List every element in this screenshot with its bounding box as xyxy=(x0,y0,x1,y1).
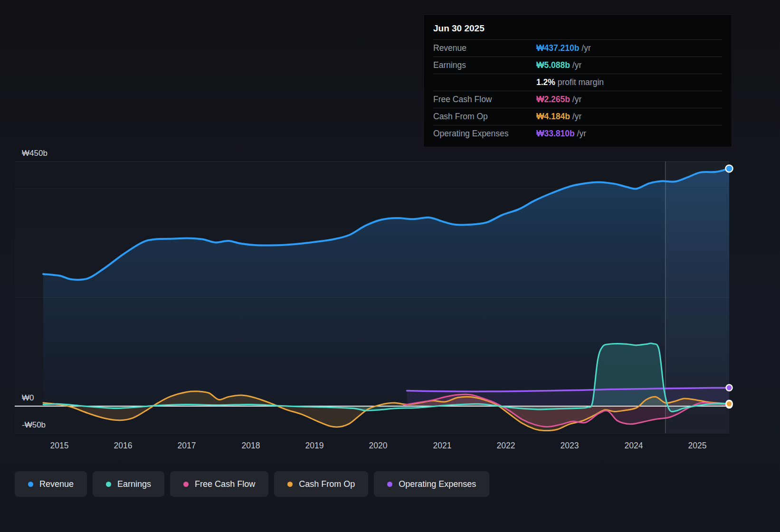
tooltip-row-value: ₩5.088b /yr xyxy=(536,60,722,70)
tooltip-panel: Jun 30 2025 Revenue₩437.210b /yrEarnings… xyxy=(423,14,732,147)
x-tick-label-2018: 2018 xyxy=(234,441,267,451)
x-tick-label-2023: 2023 xyxy=(553,441,586,451)
tooltip-row-operating-expenses: Operating Expenses₩33.810b /yr xyxy=(433,125,722,142)
tooltip-row-label: Revenue xyxy=(433,43,536,53)
tooltip-row-value: ₩33.810b /yr xyxy=(536,129,722,139)
legend-label: Revenue xyxy=(39,479,74,489)
earnings-dot-icon xyxy=(106,482,111,487)
legend-label: Cash From Op xyxy=(299,479,355,489)
tooltip-row-label: Cash From Op xyxy=(433,112,536,122)
forecast-band xyxy=(666,162,729,433)
cash-from-op-end-dot xyxy=(726,401,732,407)
tooltip-row-revenue: Revenue₩437.210b /yr xyxy=(433,39,722,57)
x-tick-label-2022: 2022 xyxy=(489,441,523,451)
legend-label: Operating Expenses xyxy=(399,479,476,489)
tooltip-row-earnings: Earnings₩5.088b /yr xyxy=(433,57,722,74)
tooltip-row-value: 1.2% profit margin xyxy=(536,77,722,87)
x-tick-label-2021: 2021 xyxy=(426,441,459,451)
x-tick-label-2020: 2020 xyxy=(361,441,395,451)
legend-item-earnings[interactable]: Earnings xyxy=(93,471,164,497)
operating-expenses-dot-icon xyxy=(387,482,392,487)
tooltip-row-label: Free Cash Flow xyxy=(433,95,536,104)
legend-item-free-cash-flow[interactable]: Free Cash Flow xyxy=(170,471,268,497)
x-tick-label-2024: 2024 xyxy=(617,441,650,451)
legend-label: Earnings xyxy=(117,479,151,489)
x-tick-label-2016: 2016 xyxy=(106,441,140,451)
tooltip-row-value: ₩2.265b /yr xyxy=(536,95,722,104)
legend-item-cash-from-op[interactable]: Cash From Op xyxy=(274,471,368,497)
operating-expenses-end-dot xyxy=(726,385,732,391)
revenue-dot-icon xyxy=(28,482,33,487)
x-tick-label-2025: 2025 xyxy=(681,441,714,451)
tooltip-row-profit-margin: 1.2% profit margin xyxy=(433,74,722,91)
y-tick-label: ₩450b xyxy=(22,149,48,158)
x-tick-label-2017: 2017 xyxy=(170,441,203,451)
legend-label: Free Cash Flow xyxy=(195,479,255,489)
legend-item-operating-expenses[interactable]: Operating Expenses xyxy=(374,471,489,497)
free-cash-flow-dot-icon xyxy=(183,482,189,487)
y-tick-label: -₩50b xyxy=(22,420,46,430)
revenue-end-dot xyxy=(726,165,733,172)
tooltip-row-cash-from-op: Cash From Op₩4.184b /yr xyxy=(433,108,722,125)
legend: RevenueEarningsFree Cash FlowCash From O… xyxy=(15,471,489,497)
stock-financials-chart-page: Jun 30 2025 Revenue₩437.210b /yrEarnings… xyxy=(0,0,780,532)
tooltip-row-free-cash-flow: Free Cash Flow₩2.265b /yr xyxy=(433,91,722,108)
tooltip-row-value: ₩437.210b /yr xyxy=(536,43,722,53)
tooltip-row-value: ₩4.184b /yr xyxy=(536,112,722,122)
tooltip-date: Jun 30 2025 xyxy=(433,20,722,39)
tooltip-row-label: Operating Expenses xyxy=(433,129,536,139)
legend-item-revenue[interactable]: Revenue xyxy=(15,471,87,497)
tooltip-rows: Revenue₩437.210b /yrEarnings₩5.088b /yr1… xyxy=(433,39,722,142)
tooltip-row-label: Earnings xyxy=(433,60,536,70)
cash-from-op-dot-icon xyxy=(287,482,293,487)
x-tick-label-2019: 2019 xyxy=(298,441,331,451)
y-tick-label: ₩0 xyxy=(22,393,34,403)
x-tick-label-2015: 2015 xyxy=(43,441,76,451)
